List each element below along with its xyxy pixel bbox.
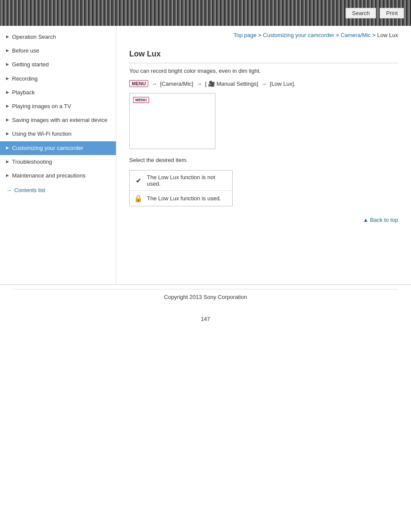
breadcrumb-camera-mic[interactable]: Camera/Mic (341, 32, 371, 38)
contents-list-link[interactable]: →Contents list (0, 183, 116, 198)
menu-screenshot: MENU (129, 93, 215, 149)
arrow-icon: ▶ (6, 76, 9, 81)
option-label-1: The Low Lux function is used. (147, 195, 228, 202)
menu-tag: MENU (133, 97, 149, 103)
sidebar-item-10[interactable]: ▶Maintenance and precautions (0, 169, 116, 183)
arrow-icon: ▶ (6, 103, 9, 109)
sidebar-item-0[interactable]: ▶Operation Search (0, 30, 116, 44)
sidebar-item-1[interactable]: ▶Before use (0, 44, 116, 58)
sidebar-item-4[interactable]: ▶Playback (0, 86, 116, 100)
arrow-icon: ▶ (6, 90, 9, 95)
sidebar-item-label: Operation Search (12, 33, 112, 41)
copyright: Copyright 2013 Sony Corporation (13, 289, 398, 305)
search-button[interactable]: Search (346, 8, 376, 19)
arrow-right-icon: → (6, 187, 12, 193)
arrow-icon: ▶ (6, 131, 9, 137)
option-label-0: The Low Lux function is not used. (147, 174, 228, 187)
print-button[interactable]: Print (380, 8, 404, 19)
sidebar-item-9[interactable]: ▶Troubleshooting (0, 155, 116, 169)
sidebar-item-label: Saving images with an external device (12, 116, 112, 124)
arrow-icon: ▶ (6, 145, 9, 151)
sidebar-item-label: Playback (12, 89, 112, 96)
sidebar-item-label: Using the Wi-Fi function (12, 130, 112, 138)
instruction: MENU → [Camera/Mic] → [ 🎥 Manual Setting… (129, 80, 398, 87)
sidebar-item-label: Troubleshooting (12, 158, 112, 166)
sidebar-item-label: Before use (12, 47, 112, 55)
sidebar-item-8[interactable]: ▶Customizing your camcorder (0, 141, 116, 155)
option-row-0[interactable]: ✔The Low Lux function is not used. (130, 171, 232, 191)
sidebar-item-5[interactable]: ▶Playing images on a TV (0, 100, 116, 113)
breadcrumb: Top page > Customizing your camcorder > … (129, 32, 398, 43)
layout: ▶Operation Search▶Before use▶Getting sta… (0, 26, 411, 284)
header: Search Print (0, 0, 411, 26)
arrow-icon: ▶ (6, 48, 9, 53)
sidebar-item-label: Customizing your camcorder (12, 144, 112, 152)
arrow-icon: ▶ (6, 117, 9, 123)
breadcrumb-current: Low Lux (377, 32, 398, 38)
arrow-icon: ▶ (6, 159, 9, 165)
breadcrumb-top[interactable]: Top page (234, 32, 257, 38)
sidebar-item-6[interactable]: ▶Saving images with an external device (0, 113, 116, 127)
select-instruction: Select the desired item. (129, 157, 398, 163)
sidebar-item-label: Recording (12, 75, 112, 83)
main-content: Top page > Customizing your camcorder > … (116, 26, 411, 284)
option-row-1[interactable]: 🔒The Low Lux function is used. (130, 191, 232, 206)
sidebar: ▶Operation Search▶Before use▶Getting sta… (0, 26, 116, 284)
sidebar-item-label: Maintenance and precautions (12, 172, 112, 180)
option-icon-0: ✔ (134, 177, 143, 185)
page-number: 147 (0, 309, 411, 329)
option-icon-1: 🔒 (134, 194, 143, 202)
description: You can record bright color images, even… (129, 68, 398, 74)
sidebar-item-3[interactable]: ▶Recording (0, 72, 116, 86)
back-to-top[interactable]: ▲ Back to top (363, 217, 398, 223)
arrow-icon: ▶ (6, 34, 9, 40)
footer: Copyright 2013 Sony Corporation (0, 284, 411, 309)
options-table: ✔The Low Lux function is not used.🔒The L… (129, 170, 233, 206)
arrow-icon: ▶ (6, 62, 9, 67)
sidebar-item-7[interactable]: ▶Using the Wi-Fi function (0, 127, 116, 141)
contents-list-label: Contents list (14, 187, 45, 193)
sidebar-item-label: Getting started (12, 61, 112, 68)
page-title: Low Lux (129, 50, 398, 63)
breadcrumb-customizing[interactable]: Customizing your camcorder (263, 32, 334, 38)
sidebar-item-2[interactable]: ▶Getting started (0, 58, 116, 72)
sidebar-item-label: Playing images on a TV (12, 103, 112, 110)
arrow-icon: ▶ (6, 173, 9, 178)
menu-button-inline: MENU (129, 80, 148, 87)
